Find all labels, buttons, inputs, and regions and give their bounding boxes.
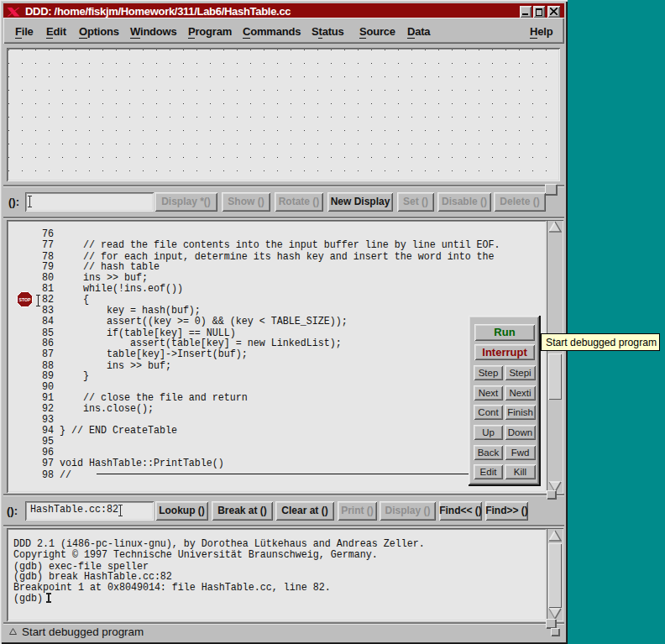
svg-text:STOP: STOP — [18, 297, 31, 302]
